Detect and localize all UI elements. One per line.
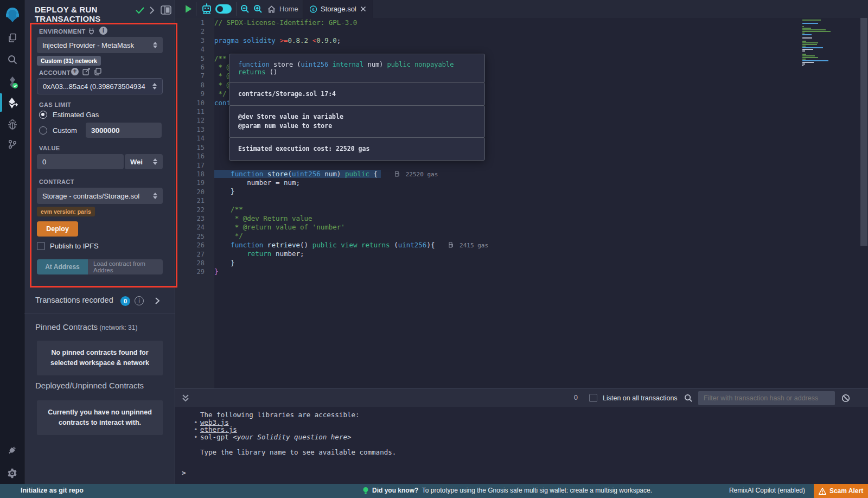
solidity-file-icon	[310, 5, 317, 13]
terminal-line: •ethers.js	[194, 426, 396, 433]
scam-alert-button[interactable]: Scam Alert	[814, 484, 868, 498]
search-icon[interactable]	[0, 50, 24, 69]
line-number: 16	[175, 152, 214, 161]
listen-transactions-label: Listen on all transactions	[603, 394, 678, 402]
listen-transactions-checkbox[interactable]	[589, 394, 597, 402]
terminal-count: 0	[574, 394, 578, 401]
divider	[236, 2, 237, 16]
terminal-lines: The following libraries are accessible:•…	[194, 411, 396, 456]
code-line: pragma solidity >=0.8.2 <0.9.0;	[214, 36, 822, 45]
estimated-gas-radio[interactable]	[39, 111, 47, 119]
line-number: 28	[175, 259, 214, 267]
custom-gas-input[interactable]: 3000000	[86, 123, 162, 138]
terminal-line	[194, 441, 396, 449]
transaction-filter-input[interactable]	[698, 391, 835, 405]
minimap[interactable]	[802, 20, 845, 67]
warning-icon	[819, 488, 826, 495]
terminal-prompt[interactable]: >	[182, 469, 186, 477]
terminal-line: The following libraries are accessible:	[194, 411, 396, 419]
at-address-input[interactable]: Load contract from Addres	[88, 259, 163, 274]
sign-message-icon[interactable]	[82, 68, 90, 75]
account-label: ACCOUNT	[39, 69, 71, 76]
environment-value: Injected Provider - MetaMask	[42, 41, 134, 49]
plugin-manager-icon[interactable]	[0, 440, 24, 460]
pin-panel-icon[interactable]	[161, 5, 171, 15]
debugger-icon[interactable]	[0, 115, 24, 135]
line-number: 6	[175, 63, 214, 72]
code-line: /**	[214, 205, 822, 214]
code-line	[214, 45, 822, 54]
close-tab-icon[interactable]	[360, 6, 366, 12]
run-script-icon[interactable]	[184, 4, 193, 14]
collapse-terminal-icon[interactable]	[182, 394, 189, 403]
environment-select[interactable]: Injected Provider - MetaMask	[37, 37, 163, 53]
tooltip-gas-estimate: Estimated execution cost: 22520 gas	[229, 137, 485, 161]
copilot-status[interactable]: RemixAI Copilot (enabled)	[729, 487, 805, 494]
line-number: 4	[175, 45, 214, 54]
git-init-button[interactable]: Initialize as git repo	[21, 487, 84, 494]
line-number: 15	[175, 143, 214, 152]
editor-tabbar: Home Storage.sol	[175, 0, 868, 18]
divider	[24, 314, 175, 314]
code-line: // SPDX-License-Identifier: GPL-3.0	[214, 18, 822, 27]
hover-tooltip: function store (uint256 internal num) pu…	[229, 54, 485, 161]
code-line	[214, 196, 822, 205]
deploy-and-run-icon[interactable]	[0, 93, 24, 113]
lightbulb-icon	[362, 487, 369, 495]
terminal-line: Type the library name to see available c…	[194, 449, 396, 456]
code-line	[214, 27, 822, 36]
tab-home[interactable]: Home	[261, 0, 305, 18]
line-number: 1	[175, 18, 214, 27]
remix-logo-icon[interactable]	[0, 4, 24, 26]
line-number: 11	[175, 107, 214, 116]
value-input[interactable]: 0	[37, 154, 124, 169]
deploy-button[interactable]: Deploy	[37, 221, 78, 237]
panel-forward-icon[interactable]	[149, 6, 155, 15]
status-bar: Initialize as git repo Did you know? To …	[0, 484, 868, 498]
chevron-updown-icon	[153, 193, 157, 199]
copy-account-icon[interactable]	[94, 68, 101, 75]
editor-area: Home Storage.sol 12345678910111213141516…	[175, 0, 868, 484]
tab-home-label: Home	[279, 5, 298, 13]
line-number: 18	[175, 170, 214, 178]
chevron-updown-icon	[153, 42, 157, 48]
code-line: */	[214, 232, 822, 240]
code-line	[214, 161, 822, 169]
at-address-placeholder: Load contract from Addres	[93, 260, 157, 273]
value-unit-select[interactable]: Wei	[125, 154, 163, 169]
home-icon	[267, 5, 276, 13]
publish-ipfs-checkbox[interactable]	[37, 242, 45, 250]
git-icon[interactable]	[0, 135, 24, 154]
line-number: 17	[175, 161, 214, 170]
chevron-updown-icon	[152, 83, 157, 90]
add-account-icon[interactable]: +	[71, 68, 79, 75]
zoom-out-icon[interactable]	[240, 4, 250, 14]
line-number: 27	[175, 250, 214, 259]
value-label: VALUE	[39, 145, 60, 151]
gas-estimate-annotation: 22520 gas	[395, 171, 438, 178]
clear-console-icon[interactable]	[841, 394, 850, 403]
env-info-icon[interactable]: i	[99, 27, 107, 35]
transactions-info-icon[interactable]: i	[135, 296, 144, 305]
tab-storage-sol[interactable]: Storage.sol	[303, 0, 373, 18]
transactions-expand-icon[interactable]	[155, 297, 160, 305]
chevron-updown-icon	[153, 158, 157, 165]
file-explorer-icon[interactable]	[0, 28, 24, 48]
custom-gas-radio[interactable]	[39, 126, 47, 135]
copilot-toggle[interactable]	[215, 4, 232, 14]
remixai-robot-icon[interactable]	[200, 3, 213, 16]
terminal-output[interactable]: The following libraries are accessible:•…	[175, 407, 868, 484]
line-number: 19	[175, 178, 214, 187]
settings-gear-icon[interactable]	[0, 463, 24, 483]
code-line: return number;	[214, 250, 822, 258]
estimated-gas-label: Estimated Gas	[53, 111, 99, 119]
editor-scrollbar[interactable]	[860, 18, 867, 246]
terminal-search-icon[interactable]	[684, 394, 693, 403]
at-address-button[interactable]: At Address	[37, 259, 88, 274]
account-select[interactable]: 0xA03...85ac4 (0.398673504934	[37, 78, 163, 94]
did-you-know-tip: Did you know? To prototype using the Gno…	[372, 487, 652, 494]
code-line: number = num;	[214, 178, 822, 187]
contract-select[interactable]: Storage - contracts/Storage.sol	[37, 188, 163, 204]
env-plug-icon[interactable]	[88, 27, 95, 35]
solidity-compiler-icon[interactable]	[0, 73, 24, 92]
